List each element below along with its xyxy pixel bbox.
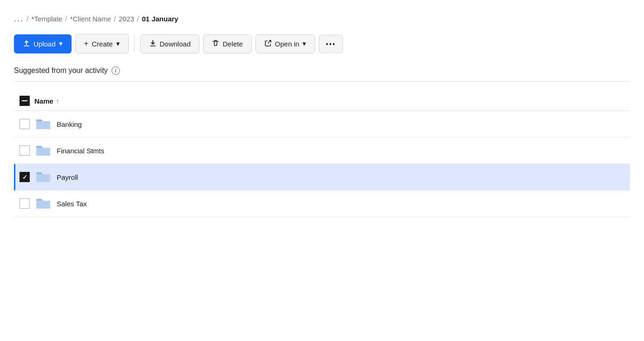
table-header: Name ↑ [14, 91, 630, 111]
breadcrumb-dots[interactable]: ... [14, 14, 24, 24]
table-row[interactable]: Banking [14, 111, 630, 138]
open-in-label: Open in [275, 40, 300, 48]
table-row[interactable]: Financial Stmts [14, 138, 630, 164]
download-icon [149, 39, 157, 48]
breadcrumb-current: 01 January [142, 15, 178, 23]
row-checkbox-payroll[interactable]: ✓ [20, 172, 30, 182]
file-list: Banking Financial Stmts ✓ Payroll [14, 111, 630, 217]
delete-label: Delete [223, 40, 243, 48]
breadcrumb-template[interactable]: *Template [31, 15, 62, 23]
breadcrumb-year[interactable]: 2023 [118, 15, 134, 23]
table-row[interactable]: Sales Tax [14, 190, 630, 217]
sort-ascending-icon: ↑ [56, 98, 59, 105]
more-button[interactable]: ••• [319, 35, 343, 53]
table-row[interactable]: ✓ Payroll [14, 164, 630, 190]
select-all-dash [22, 100, 27, 102]
delete-button[interactable]: Delete [203, 34, 251, 53]
svg-rect-0 [24, 46, 29, 46]
open-in-icon [264, 39, 272, 48]
toolbar-divider [134, 35, 135, 52]
name-column-header[interactable]: Name ↑ [34, 97, 59, 105]
upload-chevron-icon: ▾ [59, 39, 63, 48]
folder-icon-payroll [35, 170, 51, 184]
row-checkbox-banking[interactable] [20, 119, 30, 129]
download-label: Download [160, 40, 191, 48]
svg-rect-1 [150, 46, 156, 46]
breadcrumb-sep-2: / [114, 15, 116, 23]
suggested-title-text: Suggested from your activity [14, 66, 108, 75]
upload-icon [23, 39, 30, 48]
toolbar: Upload ▾ + Create ▾ Download [14, 34, 630, 53]
open-in-button[interactable]: Open in ▾ [256, 34, 315, 53]
upload-button[interactable]: Upload ▾ [14, 34, 72, 53]
suggested-section: Suggested from your activity i [14, 66, 630, 82]
folder-icon-sales-tax [35, 197, 51, 210]
create-chevron-icon: ▾ [116, 39, 120, 48]
breadcrumb: ... / *Template / *Client Name / 2023 / … [14, 9, 630, 24]
file-name-banking: Banking [57, 120, 82, 128]
folder-icon-banking [35, 118, 51, 131]
breadcrumb-sep-1: / [65, 15, 67, 23]
create-plus-icon: + [84, 39, 89, 48]
file-name-payroll: Payroll [57, 173, 78, 181]
download-button[interactable]: Download [140, 34, 200, 53]
create-button[interactable]: + Create ▾ [75, 34, 129, 53]
info-icon: i [112, 66, 120, 75]
create-label: Create [92, 40, 112, 48]
upload-label: Upload [33, 40, 56, 48]
file-name-financial: Financial Stmts [57, 147, 105, 155]
row-checkbox-sales-tax[interactable] [20, 198, 30, 209]
name-header-label: Name [34, 97, 53, 105]
select-all-checkbox[interactable] [20, 96, 30, 106]
breadcrumb-sep-3: / [137, 15, 139, 23]
open-in-chevron-icon: ▾ [302, 39, 306, 48]
file-name-sales-tax: Sales Tax [57, 200, 87, 208]
breadcrumb-sep-0: / [26, 15, 28, 23]
row-checkbox-financial[interactable] [20, 145, 30, 156]
folder-icon-financial [35, 144, 51, 157]
delete-icon [212, 39, 219, 48]
breadcrumb-client-name[interactable]: *Client Name [70, 15, 111, 23]
section-divider [14, 81, 630, 82]
checkmark-icon: ✓ [22, 174, 27, 181]
more-dots-icon: ••• [326, 40, 336, 48]
